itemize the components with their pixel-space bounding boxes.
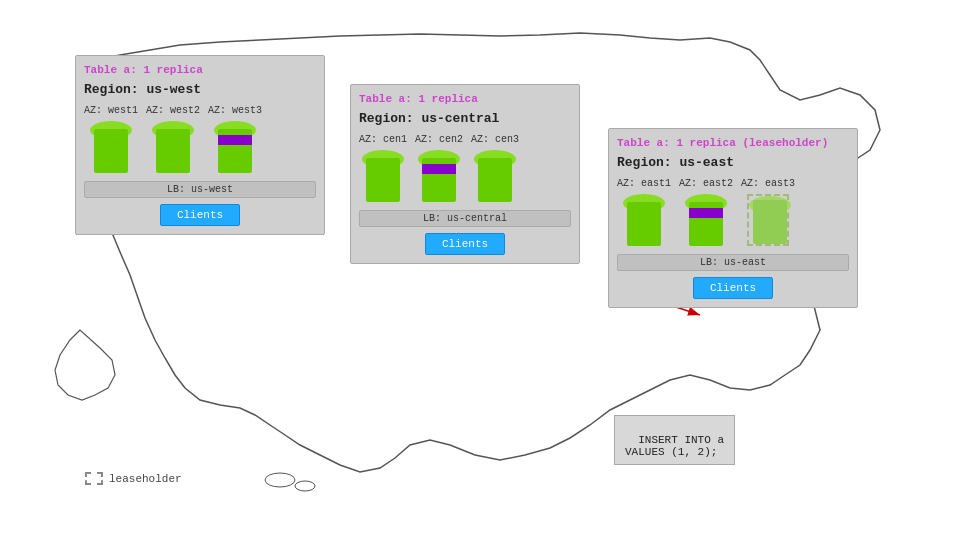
svg-point-1 — [295, 481, 315, 491]
central-az1-cylinder — [362, 150, 404, 202]
west-az1-node: AZ: west1 — [84, 105, 138, 173]
svg-point-0 — [265, 473, 295, 487]
east-region-panel: Table a: 1 replica (leaseholder) Region:… — [608, 128, 858, 308]
central-az2-cylinder — [418, 150, 460, 202]
west-az1-label: AZ: west1 — [84, 105, 138, 116]
central-replica-text: Table a: 1 replica — [359, 93, 478, 105]
central-az3-label: AZ: cen3 — [471, 134, 519, 145]
west-lb: LB: us-west — [84, 181, 316, 198]
central-az3-node: AZ: cen3 — [471, 134, 519, 202]
west-az1-cyl-body — [94, 129, 128, 173]
west-replica-text: Table a: 1 replica — [84, 64, 203, 76]
central-az2-leaseholder — [422, 164, 456, 174]
east-replica-text: Table a: 1 replica (leaseholder) — [617, 137, 828, 149]
legend: leaseholder — [85, 472, 182, 485]
central-region-name: Region: us-central — [359, 111, 571, 126]
sql-text: INSERT INTO a VALUES (1, 2); — [625, 434, 724, 458]
west-region-name: Region: us-west — [84, 82, 316, 97]
central-az3-cyl-body — [478, 158, 512, 202]
central-az1-label: AZ: cen1 — [359, 134, 407, 145]
legend-leaseholder-box — [85, 472, 103, 485]
east-region-name: Region: us-east — [617, 155, 849, 170]
east-az3-node: AZ: east3 — [741, 178, 795, 246]
west-region-panel: Table a: 1 replica Region: us-west AZ: w… — [75, 55, 325, 235]
west-replica-label: Table a: 1 replica — [84, 64, 316, 76]
east-az3-label: AZ: east3 — [741, 178, 795, 189]
west-clients-button[interactable]: Clients — [160, 204, 240, 226]
central-az2-node: AZ: cen2 — [415, 134, 463, 202]
east-az2-cylinder — [685, 194, 727, 246]
east-az1-cylinder — [623, 194, 665, 246]
legend-label: leaseholder — [109, 473, 182, 485]
west-az3-cylinder — [214, 121, 256, 173]
east-az1-cyl-body — [627, 202, 661, 246]
sql-box: INSERT INTO a VALUES (1, 2); — [614, 415, 735, 465]
east-az3-cyl-body — [753, 200, 787, 244]
central-az3-cylinder — [474, 150, 516, 202]
east-az1-node: AZ: east1 — [617, 178, 671, 246]
west-az3-node: AZ: west3 — [208, 105, 262, 173]
east-az1-label: AZ: east1 — [617, 178, 671, 189]
central-az1-cyl-body — [366, 158, 400, 202]
central-lb: LB: us-central — [359, 210, 571, 227]
east-az2-leaseholder — [689, 208, 723, 218]
west-az-row: AZ: west1 AZ: west2 AZ: west3 — [84, 105, 316, 173]
central-region-panel: Table a: 1 replica Region: us-central AZ… — [350, 84, 580, 264]
east-az2-label: AZ: east2 — [679, 178, 733, 189]
central-az-row: AZ: cen1 AZ: cen2 AZ: cen3 — [359, 134, 571, 202]
west-az2-cylinder — [152, 121, 194, 173]
central-az2-label: AZ: cen2 — [415, 134, 463, 145]
west-az2-cyl-body — [156, 129, 190, 173]
central-replica-label: Table a: 1 replica — [359, 93, 571, 105]
east-az-row: AZ: east1 AZ: east2 AZ: east3 — [617, 178, 849, 246]
central-clients-button[interactable]: Clients — [425, 233, 505, 255]
east-replica-label: Table a: 1 replica (leaseholder) — [617, 137, 849, 149]
east-lb: LB: us-east — [617, 254, 849, 271]
west-az3-label: AZ: west3 — [208, 105, 262, 116]
east-az3-cylinder — [747, 194, 789, 246]
east-az2-node: AZ: east2 — [679, 178, 733, 246]
east-clients-button[interactable]: Clients — [693, 277, 773, 299]
west-az2-node: AZ: west2 — [146, 105, 200, 173]
west-az3-leaseholder — [218, 135, 252, 145]
west-az2-label: AZ: west2 — [146, 105, 200, 116]
west-az1-cylinder — [90, 121, 132, 173]
central-az1-node: AZ: cen1 — [359, 134, 407, 202]
